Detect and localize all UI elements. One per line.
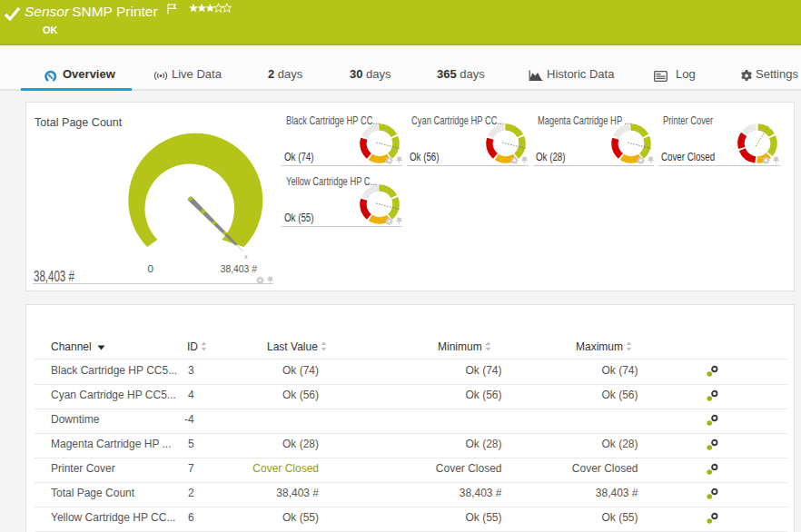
svg-text:x: x — [244, 252, 248, 261]
